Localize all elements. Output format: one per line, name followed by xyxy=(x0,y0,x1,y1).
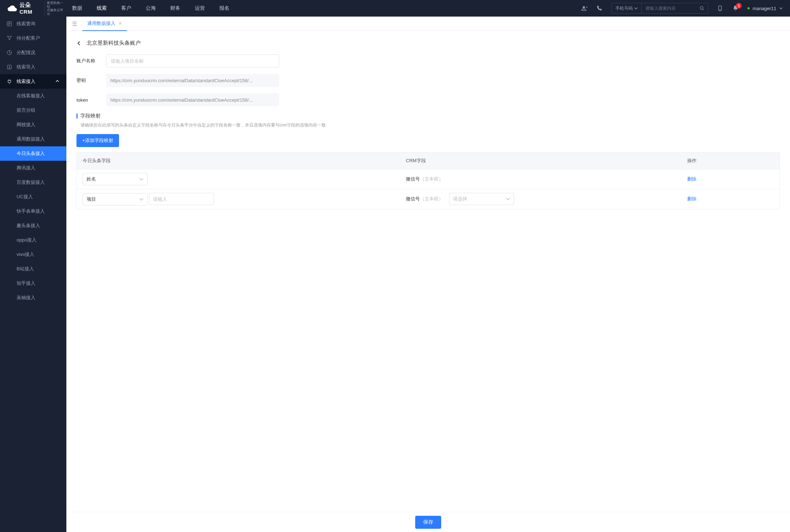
sidebar-item-0[interactable]: 线索查询 xyxy=(0,17,66,31)
status-dot xyxy=(747,7,750,9)
topnav-item-0[interactable]: 数据 xyxy=(72,5,82,12)
topnav-item-1[interactable]: 线索 xyxy=(97,5,107,12)
logo[interactable]: 云朵CRM 教育机构一站式服务云平台 xyxy=(7,1,65,15)
token-input[interactable] xyxy=(106,93,279,106)
sidebar-item-4[interactable]: 线索接入 xyxy=(0,74,66,89)
sidebar-subitem-4-3[interactable]: 通用数据接入 xyxy=(0,132,66,146)
topnav-item-4[interactable]: 财务 xyxy=(170,5,180,12)
user-menu[interactable]: manager11 xyxy=(747,6,783,11)
sidebar-subitem-4-9[interactable]: 趣头条接入 xyxy=(0,218,66,233)
mapping-table: 今日头条字段 CRM字段 操作 姓名微信号（文本框）删除项目 微信号（文本框） … xyxy=(76,152,780,209)
col-crm: CRM字段 xyxy=(400,152,681,169)
topnav-item-3[interactable]: 公海 xyxy=(146,5,156,12)
back-button[interactable] xyxy=(76,40,83,46)
sidebar-subitem-4-6[interactable]: 百度数据接入 xyxy=(0,175,66,190)
col-toutiao: 今日头条字段 xyxy=(77,152,400,169)
tab-collapse-icon[interactable] xyxy=(69,18,80,29)
sidebar-subitem-4-13[interactable]: 知乎接入 xyxy=(0,276,66,291)
add-mapping-button[interactable]: +添加字段映射 xyxy=(76,134,119,147)
crm-field-name: 微信号 xyxy=(406,176,420,182)
section-desc: 请确保您在此填写的头条自定义字段名称与在今日头条平台中自定义的字段名称一致，并且… xyxy=(76,122,780,128)
sidebar-subitem-4-5[interactable]: 腾讯接入 xyxy=(0,161,66,175)
section-title: 字段映射 xyxy=(80,113,101,119)
delete-row-button[interactable]: 删除 xyxy=(687,196,697,201)
sidebar-item-2[interactable]: 分配情况 xyxy=(0,45,66,60)
top-nav: 数据线索客户公海财务运营报名 xyxy=(72,5,229,12)
tab-label: 通用数据接入 xyxy=(87,20,115,27)
sidebar: 线索查询待分配客户分配情况线索导入线索接入在线客服接入留言分组网校接入通用数据接… xyxy=(0,17,66,532)
svg-point-1 xyxy=(700,6,703,9)
sidebar-item-1[interactable]: 待分配客户 xyxy=(0,31,66,45)
plug-icon xyxy=(6,79,12,84)
sidebar-subitem-4-11[interactable]: vivo接入 xyxy=(0,247,66,262)
sidebar-subitem-4-1[interactable]: 留言分组 xyxy=(0,103,66,118)
account-name-input[interactable] xyxy=(106,54,279,67)
notification-bell[interactable]: 5 xyxy=(732,5,739,12)
chevron-up-icon xyxy=(56,79,60,84)
search-selector[interactable]: 手机号码 xyxy=(612,3,642,13)
sidebar-subitem-4-4[interactable]: 今日头条接入 xyxy=(0,146,66,161)
tab-close-icon[interactable]: ✕ xyxy=(118,21,122,26)
secret-key-input[interactable] xyxy=(106,74,279,87)
chevron-left-icon xyxy=(76,41,82,46)
search-input[interactable] xyxy=(642,6,696,11)
sidebar-subitem-4-8[interactable]: 快手表单接入 xyxy=(0,204,66,218)
crm-field-select[interactable]: 请选择 xyxy=(449,193,514,205)
chevron-down-icon xyxy=(634,6,638,10)
export-icon xyxy=(6,64,12,70)
secret-key-label: 密钥 xyxy=(76,77,105,84)
user-name: manager11 xyxy=(752,6,776,11)
filter-icon xyxy=(6,35,12,41)
chevron-down-icon xyxy=(779,6,783,10)
section-bar-icon xyxy=(76,114,78,119)
logo-text: 云朵CRM xyxy=(19,2,41,15)
chevron-down-icon xyxy=(506,197,510,201)
logo-subtitle: 教育机构一站式服务云平台 xyxy=(44,1,65,15)
mobile-icon[interactable] xyxy=(717,5,724,12)
list-icon xyxy=(6,21,12,27)
crm-field-type: （文本框） xyxy=(420,196,443,201)
sidebar-item-3[interactable]: 线索导入 xyxy=(0,60,66,74)
page-body: 北京昱新科技头条账户 账户名称 密钥 token 字段映射 请确保您在此填写的头… xyxy=(66,31,790,532)
crm-field-name: 微信号 xyxy=(406,196,420,201)
user-plus-icon[interactable] xyxy=(581,5,588,12)
topnav-item-2[interactable]: 客户 xyxy=(121,5,131,12)
sidebar-subitem-4-2[interactable]: 网校接入 xyxy=(0,118,66,132)
delete-row-button[interactable]: 删除 xyxy=(687,176,697,182)
top-header: 云朵CRM 教育机构一站式服务云平台 数据线索客户公海财务运营报名 手机号码 xyxy=(0,0,790,17)
sidebar-subitem-4-7[interactable]: UC接入 xyxy=(0,190,66,204)
phone-icon[interactable] xyxy=(596,5,603,12)
sidebar-subitem-4-0[interactable]: 在线客服接入 xyxy=(0,89,66,103)
token-label: token xyxy=(76,97,105,103)
account-name-label: 账户名称 xyxy=(76,58,105,64)
table-row: 项目 微信号（文本框） 请选择删除 xyxy=(77,189,780,209)
sidebar-subitem-4-12[interactable]: B站接入 xyxy=(0,262,66,276)
svg-point-0 xyxy=(583,6,585,8)
page-title: 北京昱新科技头条账户 xyxy=(87,40,141,46)
footer-bar: 保存 xyxy=(66,512,790,532)
chevron-down-icon xyxy=(139,177,144,181)
topnav-item-6[interactable]: 报名 xyxy=(219,5,229,12)
toutiao-field-select[interactable]: 姓名 xyxy=(83,173,148,185)
col-action: 操作 xyxy=(681,152,780,169)
sidebar-subitem-4-10[interactable]: oppo接入 xyxy=(0,233,66,247)
crm-field-type: （文本框） xyxy=(420,176,443,182)
svg-point-3 xyxy=(720,10,720,10)
table-row: 姓名微信号（文本框）删除 xyxy=(77,169,780,189)
sidebar-subitem-4-14[interactable]: 美柚接入 xyxy=(0,291,66,305)
topnav-item-5[interactable]: 运营 xyxy=(195,5,205,12)
search-box: 手机号码 xyxy=(611,3,708,14)
cloud-icon xyxy=(7,3,17,13)
search-icon xyxy=(699,6,705,11)
toutiao-field-select[interactable]: 项目 xyxy=(83,193,148,205)
notification-badge: 5 xyxy=(736,3,742,9)
tab-bar: 通用数据接入 ✕ xyxy=(66,17,790,31)
toutiao-extra-input[interactable] xyxy=(149,193,214,205)
tab-active[interactable]: 通用数据接入 ✕ xyxy=(82,17,127,31)
content-area: 通用数据接入 ✕ 北京昱新科技头条账户 账户名称 密钥 token xyxy=(66,17,790,532)
search-button[interactable] xyxy=(696,6,708,11)
save-button[interactable]: 保存 xyxy=(415,516,441,529)
chevron-down-icon xyxy=(139,197,144,201)
pie-icon xyxy=(6,50,12,56)
